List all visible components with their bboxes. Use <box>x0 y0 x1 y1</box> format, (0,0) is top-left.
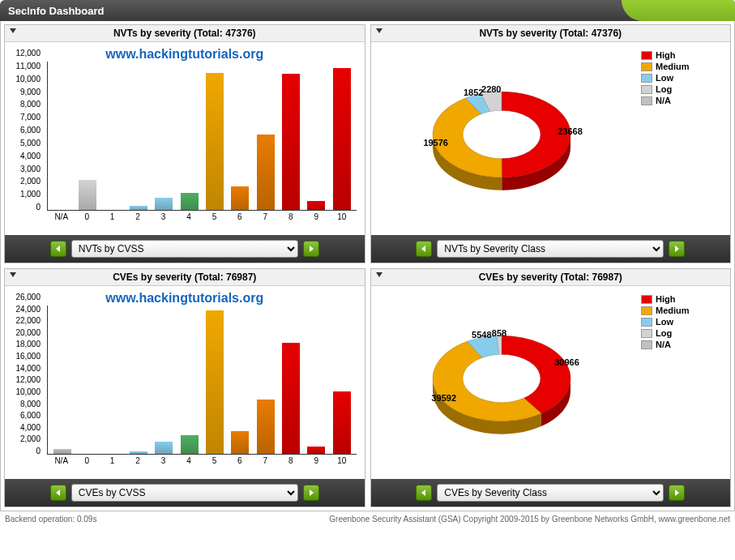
panel-header: CVEs by severity (Total: 76987) <box>371 269 731 286</box>
bar <box>333 68 351 210</box>
legend: HighMediumLowLogN/A <box>641 286 730 479</box>
legend-label: N/A <box>656 96 671 105</box>
y-tick: 8,000 <box>20 399 41 408</box>
panel-menu-caret-icon[interactable] <box>10 28 16 33</box>
prev-button[interactable] <box>50 241 66 257</box>
y-tick: 0 <box>36 447 41 455</box>
legend-swatch <box>641 85 652 94</box>
legend-label: High <box>656 50 675 60</box>
x-label: 0 <box>74 212 99 221</box>
y-tick: 9,000 <box>20 87 41 96</box>
donut-chart: 30966395925548858 <box>380 289 631 476</box>
y-tick: 20,000 <box>15 327 41 336</box>
panel-footer: CVEs by CVSS <box>5 479 365 507</box>
x-label: N/A <box>49 456 74 465</box>
legend-swatch <box>641 295 652 304</box>
y-tick: 4,000 <box>20 151 41 160</box>
bar <box>307 201 325 210</box>
bar <box>155 198 173 210</box>
x-label: 4 <box>176 456 201 465</box>
donut-value-label: 23668 <box>558 126 583 136</box>
y-tick: 10,000 <box>15 74 41 83</box>
bar <box>282 343 300 454</box>
legend-label: Medium <box>656 62 690 71</box>
y-tick: 6,000 <box>20 126 41 135</box>
next-button[interactable] <box>669 485 685 501</box>
panel-title: CVEs by severity (Total: 76987) <box>479 271 622 283</box>
bar <box>181 193 199 210</box>
donut-value-label: 1852 <box>464 88 483 97</box>
legend-item: Low <box>641 317 725 327</box>
dashboard-header: SecInfo Dashboard <box>0 0 735 21</box>
legend-swatch <box>641 51 652 60</box>
y-tick: 5,000 <box>20 138 41 147</box>
next-button[interactable] <box>669 241 685 257</box>
panel-title: CVEs by severity (Total: 76987) <box>113 271 256 283</box>
y-tick: 12,000 <box>15 49 41 58</box>
legend-item: N/A <box>641 96 725 105</box>
panel-header: CVEs by severity (Total: 76987) <box>5 269 365 286</box>
legend-label: Log <box>656 328 672 338</box>
y-tick: 6,000 <box>20 411 41 420</box>
panel-body: 236681957618522280HighMediumLowLogN/A <box>371 42 731 235</box>
x-label: 3 <box>151 456 176 465</box>
panel-menu-caret-icon[interactable] <box>10 272 16 277</box>
panel-footer: CVEs by Severity Class <box>371 479 731 507</box>
chart-type-select[interactable]: NVTs by Severity Class <box>437 240 664 258</box>
bar <box>206 310 224 454</box>
x-label: 4 <box>176 212 201 221</box>
legend-label: Low <box>656 73 673 83</box>
panel-header: NVTs by severity (Total: 47376) <box>371 25 731 42</box>
bar <box>231 431 249 454</box>
donut-value-label: 19576 <box>424 138 449 147</box>
legend-item: Log <box>641 328 725 338</box>
legend-label: Medium <box>656 306 690 315</box>
panel-menu-caret-icon[interactable] <box>376 28 382 33</box>
x-label: 10 <box>329 456 354 465</box>
x-label: 6 <box>227 456 252 465</box>
legend-swatch <box>641 318 652 327</box>
x-label: 7 <box>253 212 278 221</box>
prev-button[interactable] <box>416 241 432 257</box>
x-label: 6 <box>227 212 252 221</box>
bar <box>79 180 96 210</box>
x-label: 8 <box>278 212 303 221</box>
y-tick: 1,000 <box>20 190 41 199</box>
donut-value-label: 30966 <box>555 357 580 367</box>
x-label: 1 <box>100 212 125 221</box>
panel-title: NVTs by severity (Total: 47376) <box>479 28 622 39</box>
next-button[interactable] <box>303 241 319 257</box>
next-button[interactable] <box>303 485 319 501</box>
legend-item: N/A <box>641 340 725 349</box>
y-tick: 10,000 <box>15 387 41 395</box>
legend-item: Low <box>641 73 725 83</box>
bar <box>257 400 275 454</box>
prev-button[interactable] <box>50 485 66 501</box>
y-tick: 2,000 <box>20 177 41 186</box>
panel-menu-caret-icon[interactable] <box>376 272 382 277</box>
x-label: 8 <box>278 456 303 465</box>
x-label: 9 <box>304 212 329 221</box>
y-tick: 22,000 <box>15 316 41 325</box>
bar <box>181 435 199 454</box>
prev-button[interactable] <box>416 485 432 501</box>
legend-item: High <box>641 50 725 60</box>
chart-panel: CVEs by severity (Total: 76987)309663959… <box>370 268 732 507</box>
donut-value-label: 5548 <box>472 330 491 340</box>
bar <box>130 451 147 454</box>
x-label: 9 <box>304 456 329 465</box>
chart-type-select[interactable]: NVTs by CVSS <box>71 240 298 258</box>
chart-type-select[interactable]: CVEs by CVSS <box>71 484 298 502</box>
panel-body: 30966395925548858HighMediumLowLogN/A <box>371 286 731 479</box>
y-tick: 4,000 <box>20 422 41 431</box>
legend-swatch <box>641 329 652 338</box>
chart-type-select[interactable]: CVEs by Severity Class <box>437 484 664 502</box>
y-tick: 16,000 <box>15 352 41 361</box>
x-label: 2 <box>125 212 150 221</box>
bar <box>333 391 351 454</box>
x-label: 10 <box>329 212 354 221</box>
status-left: Backend operation: 0.09s <box>5 515 96 524</box>
bar <box>282 74 300 210</box>
x-label: 5 <box>202 456 227 465</box>
legend-label: High <box>656 294 675 304</box>
